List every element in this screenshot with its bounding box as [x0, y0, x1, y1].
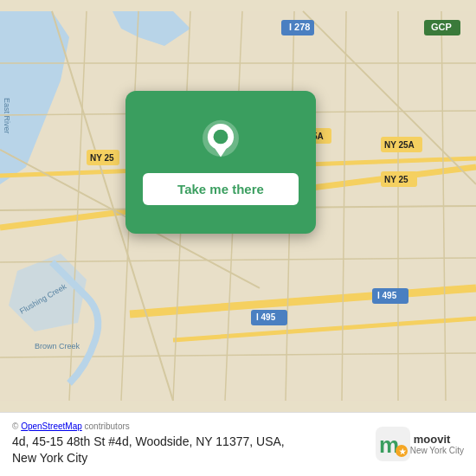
moovit-icon: m ★ [376, 427, 410, 461]
osm-credit: © OpenStreetMap contributors [12, 421, 363, 431]
osm-link[interactable]: OpenStreetMap [21, 421, 82, 431]
svg-text:Brown Creek: Brown Creek [35, 342, 80, 351]
address-text: 4d, 45-15 48th St #4d, Woodside, NY 1137… [12, 434, 363, 467]
svg-text:NY 25: NY 25 [384, 175, 408, 184]
map-pin-icon [198, 119, 243, 164]
moovit-text: moovit New York City [410, 434, 464, 455]
svg-text:I 278: I 278 [289, 22, 310, 32]
moovit-logo: m ★ moovit New York City [376, 427, 464, 461]
app: I 278 I 278 GCP NY 25 NY 25 NY 25 NY 25A… [0, 0, 476, 476]
moovit-wordmark: moovit [414, 434, 464, 446]
svg-text:m: m [379, 432, 399, 458]
svg-point-48 [214, 130, 228, 145]
moovit-city: New York City [410, 446, 464, 455]
copyright-symbol: © [12, 421, 18, 431]
map-container: I 278 I 278 GCP NY 25 NY 25 NY 25 NY 25A… [0, 0, 476, 412]
svg-text:I 495: I 495 [377, 291, 397, 300]
address-line2: New York City [12, 451, 87, 465]
address-line1: 4d, 45-15 48th St #4d, Woodside, NY 1137… [12, 434, 285, 448]
location-card: Take me there [125, 91, 316, 234]
address-block: © OpenStreetMap contributors 4d, 45-15 4… [12, 421, 363, 467]
take-me-there-button[interactable]: Take me there [143, 173, 299, 205]
svg-text:East River: East River [3, 98, 11, 134]
info-bar: © OpenStreetMap contributors 4d, 45-15 4… [0, 412, 476, 476]
svg-text:NY 25: NY 25 [90, 153, 114, 163]
svg-text:GCP: GCP [431, 22, 452, 32]
osm-contributors: contributors [85, 421, 130, 431]
svg-text:NY 25A: NY 25A [384, 140, 415, 150]
svg-text:★: ★ [399, 447, 407, 456]
svg-text:I 495: I 495 [256, 312, 276, 322]
